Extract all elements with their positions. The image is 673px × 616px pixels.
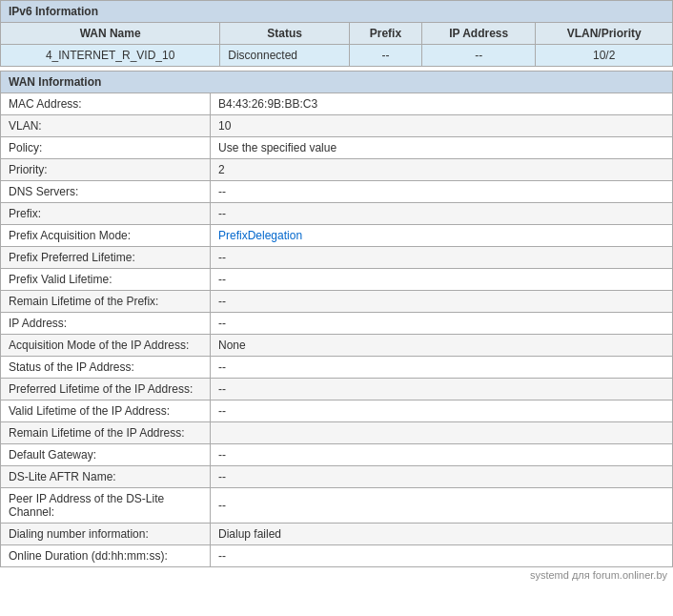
col-header-status: Status	[220, 23, 350, 45]
info-value: --	[211, 357, 673, 379]
info-row: Acquisition Mode of the IP Address:None	[1, 335, 673, 357]
info-label: Prefix Acquisition Mode:	[1, 225, 211, 247]
info-row: Default Gateway:--	[1, 444, 673, 466]
info-row: VLAN:10	[1, 115, 673, 137]
info-label: Peer IP Address of the DS-Lite Channel:	[1, 488, 211, 524]
info-value: --	[211, 545, 673, 567]
info-value: --	[211, 466, 673, 488]
wan-prefix-cell: --	[349, 45, 421, 67]
info-value: 10	[211, 115, 673, 137]
info-value: --	[211, 488, 673, 524]
wan-vlan-cell: 10/2	[536, 45, 673, 67]
info-label: Priority:	[1, 159, 211, 181]
col-header-ip-address: IP Address	[421, 23, 535, 45]
info-label: Dialing number information:	[1, 524, 211, 545]
info-value: --	[211, 291, 673, 313]
wan-data-row: 4_INTERNET_R_VID_10 Disconnected -- -- 1…	[1, 45, 673, 67]
info-row: MAC Address:B4:43:26:9B:BB:C3	[1, 93, 673, 115]
info-row: Prefix:--	[1, 203, 673, 225]
wan-status-cell: Disconnected	[220, 45, 350, 67]
info-label: VLAN:	[1, 115, 211, 137]
info-label: Policy:	[1, 137, 211, 159]
info-row: Remain Lifetime of the Prefix:--	[1, 291, 673, 313]
wan-info-section-header: WAN Information	[0, 71, 673, 92]
info-label: Prefix Preferred Lifetime:	[1, 247, 211, 269]
info-label: MAC Address:	[1, 93, 211, 115]
info-value: --	[211, 203, 673, 225]
info-row: Online Duration (dd:hh:mm:ss):--	[1, 545, 673, 567]
info-row: Priority:2	[1, 159, 673, 181]
info-row: Status of the IP Address:--	[1, 357, 673, 379]
info-value: --	[211, 444, 673, 466]
info-label: Online Duration (dd:hh:mm:ss):	[1, 545, 211, 567]
info-value: --	[211, 313, 673, 335]
info-value: --	[211, 247, 673, 269]
info-value: 2	[211, 159, 673, 181]
wan-table: WAN Name Status Prefix IP Address VLAN/P…	[0, 22, 673, 67]
col-header-wan-name: WAN Name	[1, 23, 220, 45]
col-header-vlan-priority: VLAN/Priority	[536, 23, 673, 45]
info-row: Remain Lifetime of the IP Address:	[1, 422, 673, 444]
info-value: --	[211, 379, 673, 400]
info-value: --	[211, 181, 673, 203]
info-label: Acquisition Mode of the IP Address:	[1, 335, 211, 357]
info-row: Dialing number information:Dialup failed	[1, 524, 673, 545]
info-label: Valid Lifetime of the IP Address:	[1, 400, 211, 422]
info-row: Prefix Valid Lifetime:--	[1, 269, 673, 291]
info-value: --	[211, 400, 673, 422]
info-label: Status of the IP Address:	[1, 357, 211, 379]
info-label: Preferred Lifetime of the IP Address:	[1, 379, 211, 400]
info-value: None	[211, 335, 673, 357]
wan-ip-cell: --	[421, 45, 535, 67]
info-label: Default Gateway:	[1, 444, 211, 466]
info-row: Prefix Preferred Lifetime:--	[1, 247, 673, 269]
info-value: --	[211, 269, 673, 291]
info-value: B4:43:26:9B:BB:C3	[211, 93, 673, 115]
info-value	[211, 422, 673, 444]
ipv6-section-header: IPv6 Information	[0, 0, 673, 22]
info-row: IP Address:--	[1, 313, 673, 335]
info-value: Dialup failed	[211, 524, 673, 545]
info-label: Prefix:	[1, 203, 211, 225]
info-value: Use the specified value	[211, 137, 673, 159]
info-row: DS-Lite AFTR Name:--	[1, 466, 673, 488]
info-row: Policy:Use the specified value	[1, 137, 673, 159]
info-row: Prefix Acquisition Mode:PrefixDelegation	[1, 225, 673, 247]
wan-info-table: MAC Address:B4:43:26:9B:BB:C3VLAN:10Poli…	[0, 92, 673, 567]
info-label: DS-Lite AFTR Name:	[1, 466, 211, 488]
info-row: Valid Lifetime of the IP Address:--	[1, 400, 673, 422]
info-label: DNS Servers:	[1, 181, 211, 203]
info-label: Remain Lifetime of the IP Address:	[1, 422, 211, 444]
info-row: Peer IP Address of the DS-Lite Channel:-…	[1, 488, 673, 524]
info-label: Prefix Valid Lifetime:	[1, 269, 211, 291]
watermark: systemd для forum.onliner.by	[0, 567, 673, 583]
info-value: PrefixDelegation	[211, 225, 673, 247]
info-row: Preferred Lifetime of the IP Address:--	[1, 379, 673, 400]
info-row: DNS Servers:--	[1, 181, 673, 203]
info-label: IP Address:	[1, 313, 211, 335]
info-label: Remain Lifetime of the Prefix:	[1, 291, 211, 313]
info-value-link[interactable]: PrefixDelegation	[218, 229, 302, 242]
col-header-prefix: Prefix	[349, 23, 421, 45]
wan-name-cell: 4_INTERNET_R_VID_10	[1, 45, 220, 67]
